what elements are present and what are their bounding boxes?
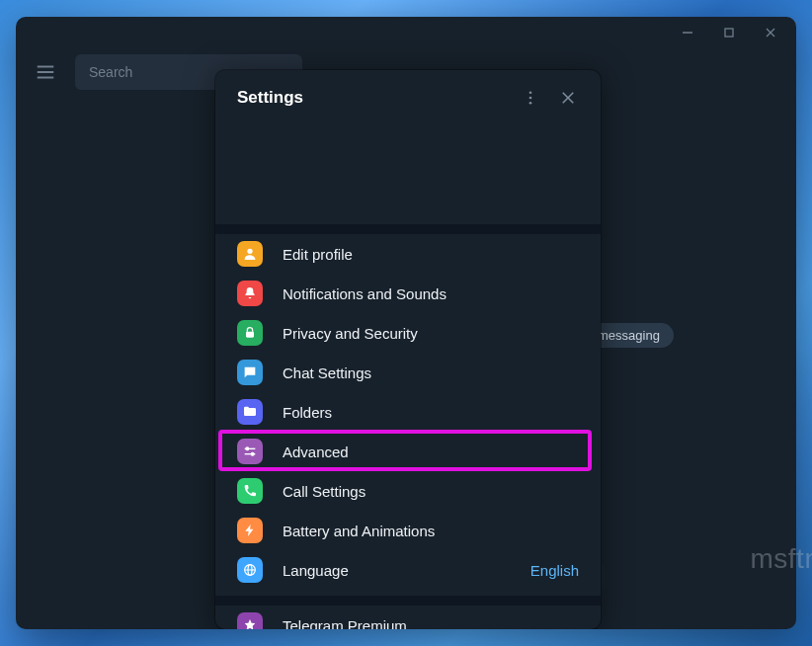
- close-icon: [559, 89, 577, 107]
- menu-item-label: Language: [283, 562, 530, 579]
- menu-item-edit-profile[interactable]: Edit profile: [215, 234, 601, 274]
- svg-point-9: [529, 102, 532, 105]
- menu-item-battery[interactable]: Battery and Animations: [215, 511, 601, 550]
- phone-icon: [237, 478, 263, 504]
- menu-item-label: Battery and Animations: [283, 523, 579, 539]
- lock-icon: [237, 320, 263, 346]
- menu-item-label: Advanced: [283, 444, 579, 460]
- user-icon: [237, 241, 263, 267]
- menu-item-label: Call Settings: [283, 483, 579, 500]
- window-titlebar: [16, 17, 796, 48]
- folder-icon: [237, 399, 263, 425]
- menu-item-value: English: [530, 562, 579, 579]
- menu-item-privacy[interactable]: Privacy and Security: [215, 313, 601, 353]
- settings-menu-list: Edit profile Notifications and Sounds Pr…: [215, 234, 601, 629]
- battery-icon: [237, 518, 263, 543]
- menu-item-label: Notifications and Sounds: [283, 285, 579, 302]
- menu-item-label: Telegram Premium: [283, 617, 579, 630]
- svg-point-12: [247, 249, 252, 254]
- menu-item-premium[interactable]: Telegram Premium: [215, 606, 601, 629]
- menu-item-chat-settings[interactable]: Chat Settings: [215, 353, 601, 392]
- menu-item-notifications[interactable]: Notifications and Sounds: [215, 274, 601, 313]
- settings-header: Settings: [215, 70, 601, 125]
- hamburger-icon: [35, 61, 56, 83]
- svg-rect-13: [246, 332, 254, 338]
- menu-item-label: Folders: [283, 404, 579, 421]
- minimize-icon: [682, 27, 693, 39]
- menu-item-call-settings[interactable]: Call Settings: [215, 471, 601, 511]
- menu-item-folders[interactable]: Folders: [215, 392, 601, 432]
- svg-point-7: [529, 91, 532, 94]
- menu-item-language[interactable]: Language English: [215, 550, 601, 590]
- sliders-icon: [237, 439, 263, 464]
- close-icon: [765, 27, 776, 39]
- svg-rect-1: [725, 29, 733, 37]
- maximize-icon: [723, 27, 735, 39]
- app-window: messaging Settings: [16, 17, 796, 629]
- menu-button[interactable]: [24, 50, 67, 94]
- profile-block[interactable]: [215, 125, 601, 224]
- menu-item-label: Privacy and Security: [283, 325, 579, 342]
- section-divider: [215, 224, 601, 234]
- bell-icon: [237, 281, 263, 306]
- section-divider: [215, 596, 601, 606]
- menu-item-label: Chat Settings: [283, 364, 579, 381]
- menu-item-label: Edit profile: [283, 246, 579, 263]
- menu-item-advanced[interactable]: Advanced: [215, 432, 601, 471]
- window-close-button[interactable]: [751, 19, 790, 46]
- settings-title: Settings: [237, 88, 512, 108]
- window-minimize-button[interactable]: [668, 19, 707, 46]
- settings-modal: Settings Edit: [215, 70, 601, 629]
- globe-icon: [237, 557, 263, 583]
- window-maximize-button[interactable]: [709, 19, 749, 46]
- chat-icon: [237, 360, 263, 385]
- settings-more-button[interactable]: [512, 79, 549, 117]
- settings-close-button[interactable]: [549, 79, 587, 117]
- svg-point-8: [529, 97, 532, 100]
- more-vertical-icon: [522, 89, 539, 107]
- star-icon: [237, 612, 263, 629]
